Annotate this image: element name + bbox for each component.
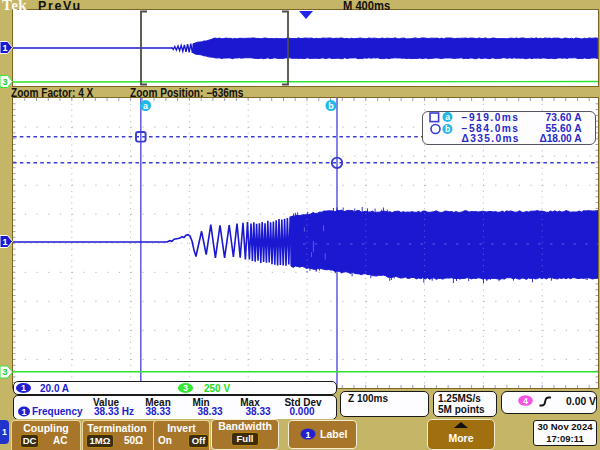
svg-text:1: 1 — [21, 407, 26, 417]
svg-text:38.33 Hz: 38.33 Hz — [94, 406, 134, 417]
svg-text:Label: Label — [320, 428, 348, 440]
svg-text:Δ18.00 A: Δ18.00 A — [540, 133, 583, 144]
svg-text:−584.0ms: −584.0ms — [462, 123, 519, 134]
svg-text:0.000: 0.000 — [289, 406, 314, 417]
svg-text:b: b — [445, 124, 450, 134]
svg-text:0.00 V: 0.00 V — [566, 396, 596, 407]
svg-text:More: More — [448, 432, 473, 444]
svg-text:Frequency: Frequency — [32, 406, 83, 417]
svg-text:55.60 A: 55.60 A — [546, 123, 583, 134]
svg-text:4: 4 — [523, 396, 528, 406]
svg-text:1: 1 — [305, 430, 310, 440]
svg-text:250 V: 250 V — [204, 383, 230, 394]
svg-text:3: 3 — [2, 77, 7, 87]
svg-text:3: 3 — [183, 383, 188, 393]
svg-text:1: 1 — [2, 43, 7, 53]
svg-text:−919.0ms: −919.0ms — [462, 112, 519, 123]
svg-text:1: 1 — [2, 237, 7, 247]
svg-text:b: b — [328, 101, 334, 111]
svg-text:20.0 A: 20.0 A — [40, 383, 69, 394]
svg-text:38.33: 38.33 — [145, 406, 170, 417]
svg-text:a: a — [445, 112, 450, 122]
svg-text:3: 3 — [2, 367, 7, 377]
svg-text:38.33: 38.33 — [245, 406, 270, 417]
svg-text:1: 1 — [21, 383, 26, 393]
svg-text:38.33: 38.33 — [197, 406, 222, 417]
svg-text:Δ335.0ms: Δ335.0ms — [462, 133, 519, 144]
svg-text:73.60 A: 73.60 A — [546, 112, 583, 123]
